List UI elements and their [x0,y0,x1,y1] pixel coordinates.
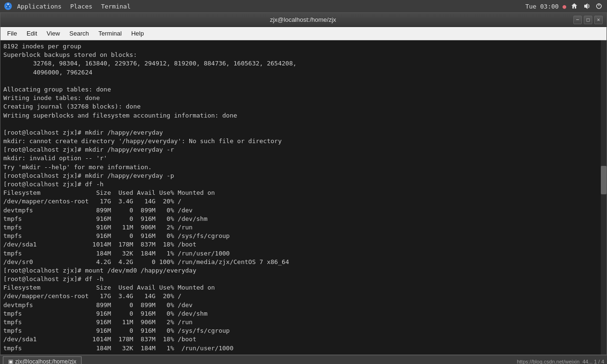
terminal-window: zjx@localhost:/home/zjx − □ ✕ FileEditVi… [0,12,607,355]
terminal-menu[interactable]: Terminal [97,2,135,11]
menu-item-edit[interactable]: Edit [22,28,42,38]
window-controls: − □ ✕ [573,16,603,24]
os-logo-icon[interactable] [4,2,12,10]
close-button[interactable]: ✕ [594,16,603,24]
minimize-button[interactable]: − [573,16,582,24]
taskbar: ▣ zjx@localhost:/home/zjx https://blog.c… [0,355,607,364]
menu-item-search[interactable]: Search [64,28,93,38]
menu-bar: FileEditViewSearchTerminalHelp [0,27,607,40]
power-icon[interactable] [595,2,603,10]
volume-icon[interactable] [582,2,591,10]
menu-item-view[interactable]: View [42,28,64,38]
menu-item-file[interactable]: File [2,28,22,38]
page-info: https://blog.csdn.net/weixin_44... 1 / 4 [517,359,604,364]
taskbar-terminal-item[interactable]: ▣ zjx@localhost:/home/zjx [3,356,82,364]
record-icon: ● [562,3,566,10]
taskbar-terminal-icon: ▣ [8,358,13,364]
window-title: zjx@localhost:/home/zjx [33,16,573,23]
scrollbar[interactable] [601,40,607,355]
scrollbar-thumb[interactable] [601,166,607,194]
time-display: Tue 03:00 [525,3,559,10]
places-menu[interactable]: Places [66,2,96,11]
taskbar-right: https://blog.csdn.net/weixin_44... 1 / 4 [517,359,604,364]
top-bar-left: Applications Places Terminal [4,2,135,11]
network-icon[interactable] [570,2,579,10]
terminal-body[interactable]: 8192 inodes per group Superblock backups… [0,40,607,355]
terminal-output: 8192 inodes per group Superblock backups… [0,40,607,355]
top-system-bar: Applications Places Terminal Tue 03:00 ● [0,0,607,12]
taskbar-terminal-label: zjx@localhost:/home/zjx [15,358,76,364]
menu-item-help[interactable]: Help [127,28,149,38]
window-titlebar: zjx@localhost:/home/zjx − □ ✕ [0,13,607,27]
menu-item-terminal[interactable]: Terminal [94,28,127,38]
maximize-button[interactable]: □ [584,16,592,24]
taskbar-left: ▣ zjx@localhost:/home/zjx [3,356,82,364]
applications-menu[interactable]: Applications [13,2,65,11]
top-bar-right: Tue 03:00 ● [525,2,603,10]
